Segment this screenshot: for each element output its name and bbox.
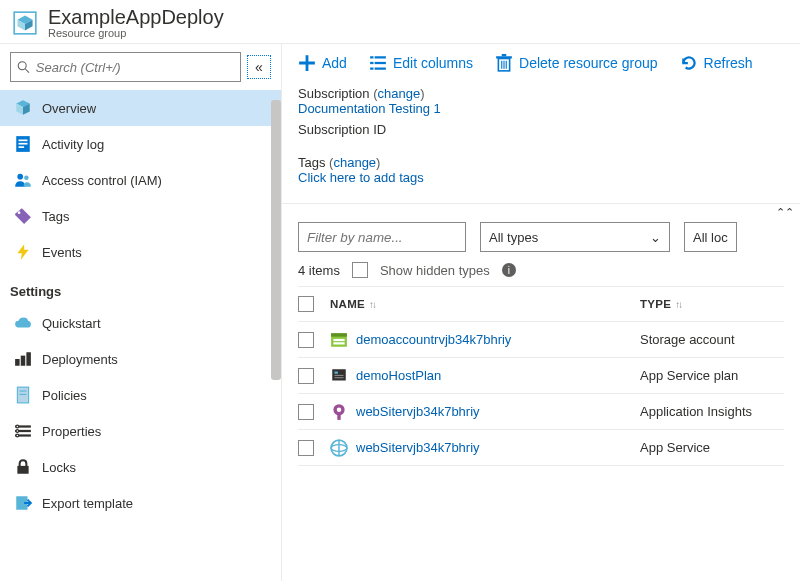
subscription-name-link[interactable]: Documentation Testing 1 xyxy=(298,101,784,116)
sidebar-item-activity-log[interactable]: Activity log xyxy=(0,126,281,162)
props-icon xyxy=(14,422,32,440)
svg-rect-15 xyxy=(20,394,27,395)
subscription-id-label: Subscription ID xyxy=(298,122,784,137)
row-checkbox[interactable] xyxy=(298,332,314,348)
cloud-icon xyxy=(14,314,32,332)
add-tags-link[interactable]: Click here to add tags xyxy=(298,170,784,185)
delete-label: Delete resource group xyxy=(519,55,658,71)
search-box[interactable] xyxy=(10,52,241,82)
add-label: Add xyxy=(322,55,347,71)
refresh-button[interactable]: Refresh xyxy=(680,54,753,72)
resource-name-link[interactable]: demoHostPlan xyxy=(330,367,630,385)
show-hidden-label: Show hidden types xyxy=(380,263,490,278)
sidebar-item-label: Overview xyxy=(42,101,96,116)
sidebar-item-policies[interactable]: Policies xyxy=(0,377,281,413)
svg-rect-39 xyxy=(333,342,344,344)
subscription-label: Subscription xyxy=(298,86,370,101)
column-type[interactable]: TYPE↑↓ xyxy=(640,298,784,310)
svg-rect-24 xyxy=(370,56,373,58)
table-row[interactable]: demoaccountrvjb34k7bhriy Storage account xyxy=(298,322,784,358)
svg-point-46 xyxy=(337,407,342,412)
select-all-checkbox[interactable] xyxy=(298,296,314,312)
svg-point-8 xyxy=(24,176,29,181)
sidebar-item-export-template[interactable]: Export template xyxy=(0,485,281,521)
resource-name-link[interactable]: webSitervjb34k7bhriy xyxy=(330,403,630,421)
svg-rect-31 xyxy=(496,56,512,58)
app-insights-icon xyxy=(330,403,348,421)
sidebar-item-access-control[interactable]: Access control (IAM) xyxy=(0,162,281,198)
svg-point-1 xyxy=(18,62,26,70)
collapse-sidebar-button[interactable]: « xyxy=(247,55,271,79)
tag-icon xyxy=(14,207,32,225)
people-icon xyxy=(14,171,32,189)
table-row[interactable]: webSitervjb34k7bhriy App Service xyxy=(298,430,784,466)
table-row[interactable]: webSitervjb34k7bhriy Application Insight… xyxy=(298,394,784,430)
sidebar-item-label: Events xyxy=(42,245,82,260)
svg-rect-10 xyxy=(15,359,20,366)
sidebar-item-events[interactable]: Events xyxy=(0,234,281,270)
sidebar-item-locks[interactable]: Locks xyxy=(0,449,281,485)
svg-rect-29 xyxy=(375,68,386,70)
type-filter-select[interactable]: All types ⌄ xyxy=(480,222,670,252)
svg-rect-25 xyxy=(375,56,386,58)
svg-point-7 xyxy=(17,174,23,180)
table-row[interactable]: demoHostPlan App Service plan xyxy=(298,358,784,394)
filter-input[interactable] xyxy=(307,230,457,245)
page-header: ExampleAppDeploy Resource group xyxy=(0,0,800,44)
log-icon xyxy=(14,135,32,153)
location-filter-select[interactable]: All loc xyxy=(684,222,737,252)
resource-table: NAME↑↓ TYPE↑↓ demoaccountrvjb34k7bhriy S… xyxy=(282,286,800,466)
search-input[interactable] xyxy=(36,60,234,75)
svg-rect-4 xyxy=(19,140,28,142)
lock-icon xyxy=(14,458,32,476)
sidebar-item-label: Access control (IAM) xyxy=(42,173,162,188)
column-name[interactable]: NAME↑↓ xyxy=(330,298,630,310)
resource-group-icon xyxy=(12,10,38,36)
delete-button[interactable]: Delete resource group xyxy=(495,54,658,72)
sidebar-item-quickstart[interactable]: Quickstart xyxy=(0,305,281,341)
collapse-details-icon[interactable]: ⌃⌃ xyxy=(776,206,794,219)
resource-type: Application Insights xyxy=(640,404,784,419)
edit-columns-button[interactable]: Edit columns xyxy=(369,54,473,72)
resource-type: Storage account xyxy=(640,332,784,347)
svg-point-19 xyxy=(16,425,19,428)
resource-type: App Service xyxy=(640,440,784,455)
sidebar-item-tags[interactable]: Tags xyxy=(0,198,281,234)
row-checkbox[interactable] xyxy=(298,440,314,456)
info-icon[interactable]: i xyxy=(502,263,516,277)
sidebar-item-properties[interactable]: Properties xyxy=(0,413,281,449)
svg-rect-5 xyxy=(19,143,28,145)
sidebar-scrollbar[interactable] xyxy=(271,100,281,380)
svg-point-9 xyxy=(18,211,21,214)
svg-rect-14 xyxy=(20,391,27,392)
toolbar: Add Edit columns Delete resource group R… xyxy=(282,44,800,82)
resource-name-link[interactable]: demoaccountrvjb34k7bhriy xyxy=(330,331,630,349)
svg-rect-38 xyxy=(333,338,344,340)
main-panel: Add Edit columns Delete resource group R… xyxy=(282,44,800,581)
location-filter-label: All loc xyxy=(693,230,728,245)
row-checkbox[interactable] xyxy=(298,368,314,384)
sidebar-item-overview[interactable]: Overview xyxy=(0,90,281,126)
show-hidden-checkbox[interactable] xyxy=(352,262,368,278)
sidebar-item-deployments[interactable]: Deployments xyxy=(0,341,281,377)
tags-change-link[interactable]: change xyxy=(333,155,376,170)
svg-rect-45 xyxy=(337,414,340,420)
resource-name-link[interactable]: webSitervjb34k7bhriy xyxy=(330,439,630,457)
filter-by-name[interactable] xyxy=(298,222,466,252)
svg-rect-6 xyxy=(19,146,25,148)
svg-rect-11 xyxy=(21,356,26,366)
svg-rect-12 xyxy=(26,352,31,366)
plus-icon xyxy=(298,54,316,72)
add-button[interactable]: Add xyxy=(298,54,347,72)
svg-point-20 xyxy=(16,430,19,433)
sidebar-nav: Overview Activity log Access control (IA… xyxy=(0,90,281,521)
svg-rect-26 xyxy=(370,62,373,64)
item-count: 4 items xyxy=(298,263,340,278)
refresh-icon xyxy=(680,54,698,72)
deploy-icon xyxy=(14,350,32,368)
chevron-down-icon: ⌄ xyxy=(650,230,661,245)
columns-icon xyxy=(369,54,387,72)
subscription-change-link[interactable]: change xyxy=(378,86,421,101)
policy-icon xyxy=(14,386,32,404)
row-checkbox[interactable] xyxy=(298,404,314,420)
